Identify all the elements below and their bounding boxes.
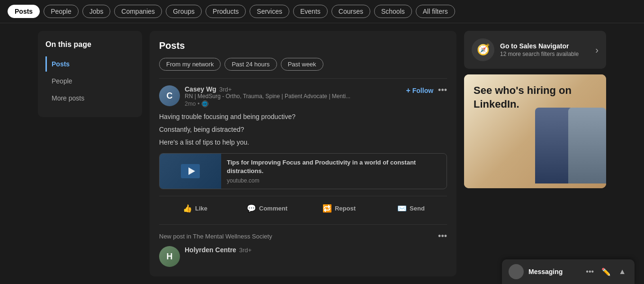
sales-nav-card[interactable]: 🧭 Go to Sales Navigator 12 more search f… bbox=[464, 31, 606, 69]
posts-title: Posts bbox=[159, 40, 447, 51]
post-meta: 2mo • 🌐 bbox=[185, 101, 350, 107]
filter-pill-companies[interactable]: Companies bbox=[114, 5, 162, 18]
sidebar-item-people[interactable]: People bbox=[45, 73, 134, 89]
avatar-1: C bbox=[159, 85, 180, 106]
post-filter-from-network[interactable]: From my network bbox=[159, 58, 221, 71]
author-badge: 3rd+ bbox=[219, 86, 232, 93]
sales-nav-icon: 🧭 bbox=[472, 38, 494, 61]
post-actions: 👍 Like 💬 Comment 🔁 Repost ✉️ Send bbox=[159, 196, 447, 217]
center-content: Posts From my network Past 24 hours Past… bbox=[150, 31, 456, 276]
repost-button[interactable]: 🔁 Repost bbox=[303, 200, 375, 217]
post-card-2-header: H Holyrden Centre 3rd+ bbox=[159, 246, 447, 267]
author-bio: RN | MedSurg - Ortho, Trauma, Spine | Pa… bbox=[185, 93, 350, 100]
ad-image: See who's hiring on LinkedIn. bbox=[464, 74, 606, 188]
post-author-info: Casey Wg 3rd+ RN | MedSurg - Ortho, Trau… bbox=[185, 85, 350, 107]
chevron-right-icon: › bbox=[595, 45, 599, 55]
messaging-actions: ••• ✏️ ▲ bbox=[584, 266, 628, 277]
follow-plus-icon: + bbox=[406, 86, 410, 95]
messaging-avatar bbox=[509, 264, 524, 279]
filter-pill-jobs[interactable]: Jobs bbox=[82, 5, 111, 18]
link-preview-text: Tips for Improving Focus and Productivit… bbox=[221, 154, 447, 189]
filter-pill-events[interactable]: Events bbox=[293, 5, 328, 18]
link-preview-thumbnail bbox=[160, 154, 221, 189]
filter-pill-schools[interactable]: Schools bbox=[374, 5, 412, 18]
sales-nav-subtitle: 12 more search filters available bbox=[500, 51, 590, 57]
more-options-button-2[interactable]: ••• bbox=[438, 231, 447, 241]
like-icon: 👍 bbox=[183, 204, 192, 213]
sidebar: On this page Posts People More posts bbox=[38, 31, 142, 117]
messaging-collapse-button[interactable]: ▲ bbox=[617, 266, 628, 277]
filter-pill-posts[interactable]: Posts bbox=[8, 5, 40, 18]
sidebar-title: On this page bbox=[45, 40, 134, 49]
post-header-right: + Follow ••• bbox=[406, 85, 447, 95]
like-button[interactable]: 👍 Like bbox=[159, 200, 231, 217]
messaging-bar: Messaging ••• ✏️ ▲ bbox=[502, 259, 635, 284]
ad-headline: See who's hiring on LinkedIn. bbox=[474, 84, 597, 111]
filter-pill-people[interactable]: People bbox=[44, 5, 79, 18]
link-title: Tips for Improving Focus and Productivit… bbox=[227, 158, 441, 175]
globe-icon: 🌐 bbox=[202, 101, 208, 107]
post-card-2: New post in The Mental Wellness Society … bbox=[159, 224, 447, 267]
filter-pill-all-filters[interactable]: All filters bbox=[416, 5, 455, 18]
comment-icon: 💬 bbox=[247, 204, 256, 213]
sidebar-item-more-posts[interactable]: More posts bbox=[45, 91, 134, 106]
messaging-label[interactable]: Messaging bbox=[528, 268, 579, 275]
post-header-left: C Casey Wg 3rd+ RN | MedSurg - Ortho, Tr… bbox=[159, 85, 350, 107]
link-preview[interactable]: Tips for Improving Focus and Productivit… bbox=[159, 153, 447, 189]
ad-card[interactable]: See who's hiring on LinkedIn. bbox=[464, 74, 606, 188]
filter-pill-courses[interactable]: Courses bbox=[331, 5, 370, 18]
sidebar-item-posts[interactable]: Posts bbox=[45, 56, 134, 72]
posts-section: Posts From my network Past 24 hours Past… bbox=[150, 31, 456, 276]
send-icon: ✉️ bbox=[397, 204, 407, 213]
filter-pill-groups[interactable]: Groups bbox=[166, 5, 202, 18]
post-card-1: C Casey Wg 3rd+ RN | MedSurg - Ortho, Tr… bbox=[159, 78, 447, 217]
post-filter-24h[interactable]: Past 24 hours bbox=[224, 58, 277, 71]
more-options-button[interactable]: ••• bbox=[438, 85, 447, 95]
sales-nav-text: Go to Sales Navigator 12 more search fil… bbox=[500, 42, 590, 57]
filter-pill-services[interactable]: Services bbox=[250, 5, 289, 18]
comment-button[interactable]: 💬 Comment bbox=[231, 200, 303, 217]
messaging-compose-button[interactable]: ✏️ bbox=[599, 266, 613, 277]
ad-people bbox=[540, 108, 606, 188]
link-domain: youtube.com bbox=[227, 177, 441, 184]
ad-person-1 bbox=[535, 108, 573, 183]
filter-pill-products[interactable]: Products bbox=[206, 5, 246, 18]
follow-button[interactable]: + Follow bbox=[406, 86, 433, 95]
right-sidebar: 🧭 Go to Sales Navigator 12 more search f… bbox=[464, 31, 606, 276]
ad-text-overlay: See who's hiring on LinkedIn. bbox=[474, 84, 597, 111]
author-name-2[interactable]: Holyrden Centre bbox=[185, 246, 236, 254]
author-name[interactable]: Casey Wg bbox=[185, 85, 216, 93]
messaging-more-button[interactable]: ••• bbox=[584, 266, 596, 277]
author-badge-2: 3rd+ bbox=[239, 247, 251, 254]
ad-person-2 bbox=[568, 108, 606, 183]
send-button[interactable]: ✉️ Send bbox=[375, 200, 447, 217]
post-author-info-2: Holyrden Centre 3rd+ bbox=[185, 246, 251, 254]
new-post-badge: New post in The Mental Wellness Society … bbox=[159, 231, 447, 241]
main-layout: On this page Posts People More posts Pos… bbox=[0, 23, 644, 284]
repost-icon: 🔁 bbox=[322, 204, 332, 213]
avatar-2: H bbox=[159, 246, 180, 267]
post-body: Having trouble focusing and being produc… bbox=[159, 112, 447, 147]
post-filter-week[interactable]: Past week bbox=[281, 58, 323, 71]
new-post-label: New post in The Mental Wellness Society bbox=[159, 233, 272, 240]
post-header-1: C Casey Wg 3rd+ RN | MedSurg - Ortho, Tr… bbox=[159, 85, 447, 107]
posts-filters: From my network Past 24 hours Past week bbox=[159, 58, 447, 71]
sales-nav-title: Go to Sales Navigator bbox=[500, 42, 590, 50]
filter-bar: Posts People Jobs Companies Groups Produ… bbox=[0, 0, 644, 23]
